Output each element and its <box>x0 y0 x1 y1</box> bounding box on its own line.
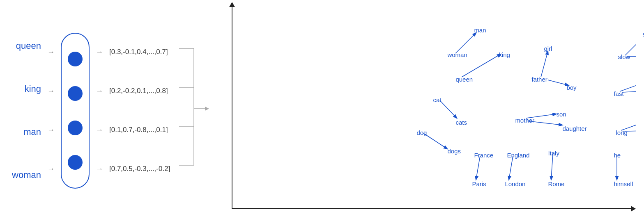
connector-area <box>178 33 211 189</box>
arrow-dog-to-dogs <box>423 133 447 149</box>
nn-capsule <box>61 33 90 189</box>
word-label-queen: queen <box>8 41 41 51</box>
viz-word-he: he <box>614 152 621 159</box>
vector-label-king: [0.2,-0.2,0.1,...,0.8] <box>109 87 168 95</box>
viz-word-girl: girl <box>544 45 552 52</box>
vector-item-man: [0.1,0.7,-0.8,...,0.1] <box>109 126 170 134</box>
viz-word-son: son <box>556 111 566 118</box>
arrow-England-to-London <box>509 156 513 180</box>
arrow-out-1: → <box>96 48 103 57</box>
main-container: queenkingmanwoman → → → → → → → → [0.3,-… <box>0 0 644 221</box>
connector-svg <box>178 33 211 189</box>
word-list: queenkingmanwoman <box>8 25 41 197</box>
word-label-man: man <box>8 127 41 137</box>
y-axis <box>232 6 232 209</box>
viz-word-Italy: Italy <box>548 150 559 157</box>
viz-word-slower: slower <box>642 31 644 38</box>
arrow-queen-to-king <box>462 54 501 77</box>
viz-word-Rome: Rome <box>548 180 564 187</box>
viz-section: manwomankinggirlqueenfatherboycatcatsmot… <box>219 4 636 217</box>
viz-word-man: man <box>474 27 486 34</box>
arrow-France-to-Paris <box>476 156 480 180</box>
word-item-queen: queen <box>8 41 41 51</box>
viz-word-cats: cats <box>455 119 467 126</box>
word-label-king: king <box>8 84 41 94</box>
word-label-woman: woman <box>8 170 41 180</box>
vector-item-queen: [0.3,-0.1,0.4,...,0.7] <box>109 48 170 56</box>
arrows-from-capsule: → → → → <box>96 33 103 189</box>
vector-item-woman: [0.7,0.5,-0.3,...,-0.2] <box>109 165 170 173</box>
vector-label-woman: [0.7,0.5,-0.3,...,-0.2] <box>109 165 170 173</box>
arrow-out-2: → <box>96 87 103 96</box>
nn-node-2 <box>68 86 83 101</box>
arrow-slow-to-slower <box>625 35 636 55</box>
nn-node-3 <box>68 121 83 135</box>
viz-word-fast: fast <box>614 90 623 97</box>
viz-word-queen: queen <box>455 76 473 83</box>
arrow-fast-to-faster <box>620 79 636 91</box>
viz-word-woman: woman <box>447 51 467 58</box>
arrow-long-to-longer <box>621 118 636 130</box>
arrow-out-3: → <box>96 126 103 134</box>
viz-word-dogs: dogs <box>447 148 461 155</box>
arrow-father-to-boy <box>548 80 568 85</box>
arrow-king: → <box>47 87 55 96</box>
viz-word-France: France <box>474 152 493 159</box>
word-item-woman: woman <box>8 170 41 180</box>
nn-node-4 <box>68 155 83 170</box>
vector-item-king: [0.2,-0.2,0.1,...,0.8] <box>109 87 170 95</box>
viz-word-cat: cat <box>433 96 441 103</box>
viz-word-London: London <box>505 180 525 187</box>
viz-word-dog: dog <box>416 129 427 136</box>
viz-word-long: long <box>616 129 627 136</box>
arrows-to-capsule: → → → → <box>47 33 55 189</box>
arrow-woman-to-man <box>455 33 476 53</box>
nn-node-1 <box>68 52 83 66</box>
arrow-Italy-to-Rome <box>551 154 553 180</box>
viz-word-England: England <box>507 152 529 159</box>
viz-word-boy: boy <box>566 84 576 91</box>
viz-word-daughter: daughter <box>562 125 586 132</box>
arrow-father-to-girl <box>541 51 548 77</box>
viz-word-slow: slow <box>618 53 630 60</box>
vector-label-man: [0.1,0.7,-0.8,...,0.1] <box>109 126 168 134</box>
viz-word-father: father <box>531 76 547 83</box>
arrow-fast-to-fastest <box>622 89 636 92</box>
viz-word-himself: himself <box>614 180 633 187</box>
arrow-woman: → <box>47 165 55 173</box>
word-item-king: king <box>8 84 41 94</box>
arrow-out-4: → <box>96 165 103 173</box>
word-arrows-svg <box>219 4 636 217</box>
viz-word-king: king <box>499 51 510 58</box>
arrow-man: → <box>47 126 55 134</box>
vector-list: [0.3,-0.1,0.4,...,0.7][0.2,-0.2,0.1,...,… <box>109 33 170 189</box>
arrow-queen: → <box>47 48 55 57</box>
vector-label-queen: [0.3,-0.1,0.4,...,0.7] <box>109 48 168 56</box>
word-item-man: man <box>8 127 41 137</box>
viz-word-Paris: Paris <box>472 180 486 187</box>
viz-word-mother: mother <box>515 117 534 124</box>
x-axis <box>232 208 632 209</box>
svg-marker-6 <box>205 107 209 111</box>
arrow-cat-to-cats <box>440 100 457 118</box>
